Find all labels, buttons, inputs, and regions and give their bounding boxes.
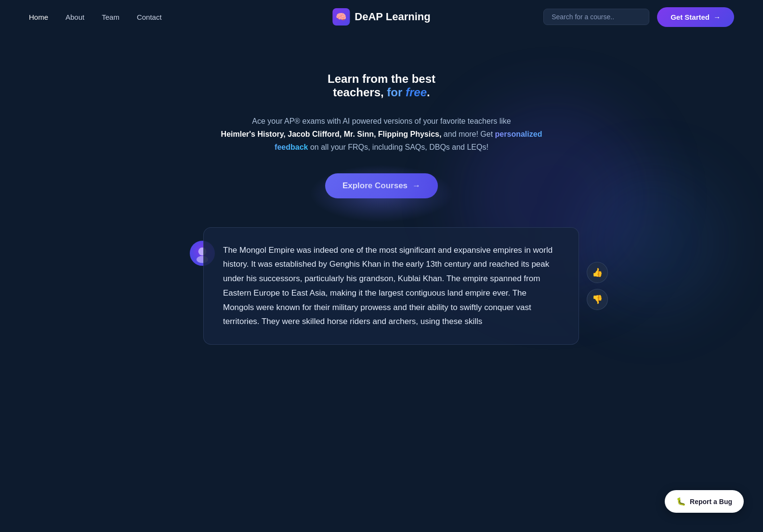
- subtitle-bold: Heimler's History, Jacob Clifford, Mr. S…: [221, 130, 442, 138]
- for-text: for: [387, 86, 402, 99]
- nav-link-contact[interactable]: Contact: [137, 13, 162, 21]
- feedback-buttons: 👍 👎: [587, 262, 608, 310]
- chat-section: The Mongol Empire was indeed one of the …: [0, 218, 763, 374]
- navbar: Home About Team Contact 🧠 DeAP Learning …: [0, 0, 763, 34]
- nav-links-left: Home About Team Contact: [29, 13, 162, 21]
- free-text: free: [406, 86, 427, 99]
- hero-title-line2: teachers, for free.: [19, 86, 744, 99]
- subtitle-plain1: Ace your AP® exams with AI powered versi…: [252, 117, 511, 125]
- logo-emoji: 🧠: [336, 12, 346, 22]
- logo[interactable]: 🧠 DeAP Learning: [332, 8, 430, 26]
- nav-link-home[interactable]: Home: [29, 13, 48, 21]
- get-started-label: Get Started: [671, 13, 710, 21]
- search-input[interactable]: [543, 9, 649, 25]
- nav-link-about[interactable]: About: [66, 13, 84, 21]
- subtitle-plain2-text: and more! Get: [444, 130, 493, 138]
- thumbs-up-button[interactable]: 👍: [587, 262, 608, 283]
- hero-subtitle: Ace your AP® exams with AI powered versi…: [213, 115, 550, 154]
- explore-courses-button[interactable]: Explore Courses →: [325, 173, 438, 198]
- logo-text: DeAP Learning: [355, 11, 430, 23]
- get-started-button[interactable]: Get Started →: [657, 7, 734, 27]
- subtitle-plain3: on all your FRQs, including SAQs, DBQs a…: [310, 143, 488, 151]
- report-bug-button[interactable]: 🐛 Report a Bug: [665, 490, 744, 513]
- logo-icon: 🧠: [332, 8, 350, 26]
- nav-right: Get Started →: [543, 7, 734, 27]
- hero-title-line1: Learn from the best: [19, 72, 744, 86]
- nav-link-team[interactable]: Team: [102, 13, 119, 21]
- report-bug-label: Report a Bug: [690, 498, 732, 506]
- explore-arrow: →: [412, 181, 421, 191]
- thumbs-down-icon: 👎: [592, 294, 603, 305]
- teachers-text: teachers,: [333, 86, 383, 99]
- get-started-arrow: →: [713, 13, 721, 21]
- hero-section: Learn from the best teachers, for free. …: [0, 34, 763, 218]
- hero-title: Learn from the best teachers, for free.: [19, 72, 744, 99]
- bug-icon: 🐛: [676, 497, 686, 506]
- period-text: .: [427, 86, 430, 99]
- chat-bubble: The Mongol Empire was indeed one of the …: [203, 227, 579, 345]
- thumbs-down-button[interactable]: 👎: [587, 289, 608, 310]
- explore-label: Explore Courses: [342, 181, 408, 191]
- thumbs-up-icon: 👍: [592, 267, 603, 278]
- chat-text: The Mongol Empire was indeed one of the …: [223, 243, 559, 329]
